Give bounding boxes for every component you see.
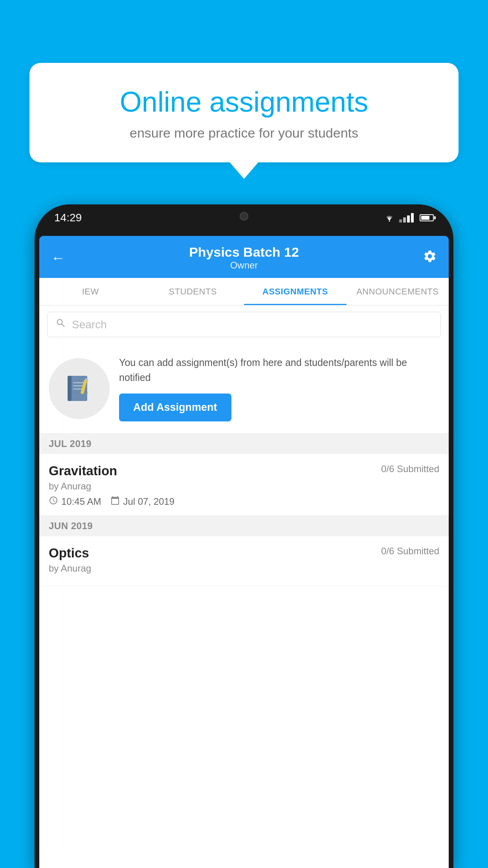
info-description: You can add assignment(s) from here and … — [119, 355, 439, 385]
header-title: Physics Batch 12 — [189, 245, 299, 260]
calendar-icon — [110, 496, 120, 508]
tab-overview[interactable]: IEW — [39, 278, 142, 305]
speech-bubble-subtitle: ensure more practice for your students — [61, 125, 427, 141]
assignment-by-optics: by Anurag — [49, 563, 439, 574]
speech-bubble-title: Online assignments — [61, 86, 427, 118]
svg-point-0 — [389, 221, 390, 222]
status-time: 14:29 — [54, 211, 82, 224]
tab-assignments[interactable]: ASSIGNMENTS — [244, 278, 347, 305]
info-card: You can add assignment(s) from here and … — [39, 344, 449, 434]
speech-bubble: Online assignments ensure more practice … — [29, 63, 459, 162]
wifi-icon — [383, 213, 395, 222]
assignment-icon-circle — [49, 358, 110, 419]
search-container: Search — [39, 305, 449, 344]
speech-bubble-container: Online assignments ensure more practice … — [29, 63, 459, 162]
tab-announcements[interactable]: ANNOUNCEMENTS — [347, 278, 449, 305]
header-subtitle: Owner — [189, 260, 299, 271]
assignment-name-optics: Optics — [49, 546, 89, 561]
notebook-icon — [64, 373, 95, 404]
month-separator-jul: JUL 2019 — [39, 434, 449, 454]
phone-notch-area: 14:29 — [35, 204, 453, 236]
header-title-area: Physics Batch 12 Owner — [189, 245, 299, 271]
status-bar: 14:29 — [35, 211, 453, 224]
assignment-row1: Gravitation 0/6 Submitted — [49, 463, 439, 478]
clock-icon — [49, 496, 58, 508]
gear-icon — [423, 249, 437, 263]
search-placeholder-text: Search — [72, 318, 107, 331]
assignment-submitted-optics: 0/6 Submitted — [381, 546, 439, 557]
add-assignment-button[interactable]: Add Assignment — [119, 394, 231, 421]
assignment-item[interactable]: Gravitation 0/6 Submitted by Anurag 10:4… — [39, 454, 449, 516]
assignment-row1-optics: Optics 0/6 Submitted — [49, 546, 439, 561]
svg-rect-5 — [73, 385, 83, 386]
battery-icon — [420, 214, 434, 221]
search-bar[interactable]: Search — [47, 312, 441, 337]
search-icon — [55, 318, 66, 331]
assignment-item-optics[interactable]: Optics 0/6 Submitted by Anurag — [39, 536, 449, 586]
settings-button[interactable] — [423, 249, 437, 267]
assignment-date-value: Jul 07, 2019 — [123, 496, 174, 507]
tabs-bar: IEW STUDENTS ASSIGNMENTS ANNOUNCEMENTS — [39, 278, 449, 305]
assignment-by: by Anurag — [49, 481, 439, 492]
tab-students[interactable]: STUDENTS — [142, 278, 244, 305]
svg-rect-3 — [68, 376, 72, 401]
info-text-area: You can add assignment(s) from here and … — [119, 355, 439, 421]
svg-rect-4 — [73, 382, 85, 383]
phone-frame: 14:29 — [35, 204, 453, 868]
assignment-submitted: 0/6 Submitted — [381, 463, 439, 474]
assignment-meta: 10:45 AM Jul 07, 2019 — [49, 496, 439, 508]
month-separator-jun: JUN 2019 — [39, 516, 449, 536]
assignment-time: 10:45 AM — [49, 496, 101, 508]
phone-screen: ← Physics Batch 12 Owner IEW STUDENTS AS… — [39, 236, 449, 868]
assignment-date: Jul 07, 2019 — [110, 496, 174, 508]
app-header: ← Physics Batch 12 Owner — [39, 236, 449, 278]
assignment-time-value: 10:45 AM — [61, 496, 101, 507]
status-icons — [383, 213, 434, 223]
back-button[interactable]: ← — [51, 250, 65, 266]
assignment-name: Gravitation — [49, 463, 117, 478]
signal-bars-icon — [399, 213, 414, 223]
